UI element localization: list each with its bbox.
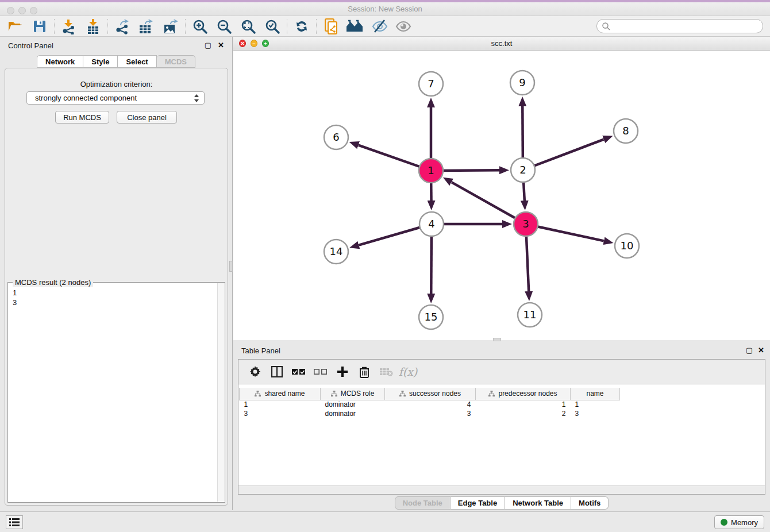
- optimization-criterion-select[interactable]: strongly connected component: [26, 91, 205, 105]
- tab-motifs[interactable]: Motifs: [571, 496, 609, 510]
- table-row[interactable]: 3dominator323: [240, 409, 620, 418]
- cell[interactable]: 3: [571, 409, 620, 418]
- close-panel-button[interactable]: Close panel: [117, 111, 177, 124]
- node-label-6: 6: [333, 131, 339, 143]
- control-panel-title: Control Panel: [8, 41, 53, 50]
- tab-mcds[interactable]: MCDS: [157, 55, 195, 68]
- search-icon: [602, 22, 611, 31]
- hide-selected-icon[interactable]: [367, 17, 391, 36]
- apply-layout-icon[interactable]: [290, 17, 314, 36]
- cell[interactable]: 1: [240, 400, 321, 409]
- column-header-name[interactable]: name: [571, 388, 620, 400]
- network-view-window: ✕ − + scc.txt 7968124314101511: [233, 37, 770, 340]
- cell[interactable]: 3: [385, 409, 476, 418]
- window-title: Session: New Session: [0, 5, 770, 13]
- column-header-predecessor-nodes[interactable]: predecessor nodes: [476, 388, 571, 400]
- node-label-8: 8: [622, 125, 629, 137]
- cell[interactable]: 1: [571, 400, 620, 409]
- import-table-icon[interactable]: [81, 17, 105, 36]
- network-window-titlebar[interactable]: ✕ − + scc.txt: [233, 37, 770, 51]
- export-table-icon[interactable]: [134, 17, 159, 36]
- cell[interactable]: dominator: [321, 400, 385, 409]
- clone-network-icon[interactable]: [319, 17, 343, 36]
- open-file-icon[interactable]: [3, 17, 28, 36]
- control-panel: Control Panel ▢ ✕ NetworkStyleSelectMCDS…: [0, 37, 233, 510]
- toolbar-separator: [316, 19, 317, 34]
- table-panel-title: Table Panel: [241, 346, 280, 355]
- delete-column-icon[interactable]: [353, 363, 375, 380]
- network-graph[interactable]: 7968124314101511: [233, 51, 770, 340]
- horizontal-splitter-grip[interactable]: [493, 338, 501, 341]
- tab-style[interactable]: Style: [83, 55, 118, 68]
- deselect-all-columns-icon[interactable]: [310, 363, 332, 380]
- toolbar-separator: [287, 19, 287, 34]
- column-header-successor-nodes[interactable]: successor nodes: [385, 388, 476, 400]
- status-bar: Memory: [0, 511, 770, 532]
- mcds-result-title: MCDS result (2 nodes): [13, 278, 93, 287]
- export-network-icon[interactable]: [110, 17, 134, 36]
- zoom-selected-icon[interactable]: [260, 17, 284, 36]
- toolbar-search[interactable]: [596, 19, 763, 33]
- window-titlebar[interactable]: Session: New Session: [0, 2, 770, 16]
- run-mcds-button[interactable]: Run MCDS: [55, 111, 109, 124]
- function-builder-icon[interactable]: f(x): [399, 365, 418, 378]
- table-bottom-strip: [238, 485, 765, 494]
- column-header-shared-name[interactable]: shared name: [240, 388, 321, 400]
- node-label-14: 14: [330, 245, 343, 257]
- result-scrollbar[interactable]: [217, 283, 225, 502]
- node-label-7: 7: [428, 78, 434, 90]
- zoom-fit-icon[interactable]: [236, 17, 260, 36]
- close-panel-icon[interactable]: ✕: [218, 41, 224, 49]
- network-canvas[interactable]: 7968124314101511: [233, 51, 770, 340]
- tab-network[interactable]: Network: [37, 55, 83, 68]
- cell[interactable]: 4: [385, 400, 476, 409]
- memory-status-icon: [721, 519, 727, 526]
- table-row[interactable]: 1dominator411: [240, 400, 620, 409]
- create-column-icon[interactable]: [332, 363, 353, 380]
- edge-2-8[interactable]: [523, 140, 604, 170]
- node-table-container: f(x) shared nameMCDS rolesuccessor nodes…: [238, 359, 765, 495]
- control-panel-header: Control Panel ▢ ✕: [0, 37, 232, 54]
- save-session-icon[interactable]: [28, 17, 52, 36]
- cell[interactable]: dominator: [321, 409, 385, 418]
- node-table[interactable]: shared nameMCDS rolesuccessor nodesprede…: [239, 388, 620, 418]
- tab-node-table[interactable]: Node Table: [395, 496, 451, 510]
- toolbar-separator: [185, 19, 186, 34]
- task-history-button[interactable]: [6, 515, 23, 529]
- edge-3-1[interactable]: [452, 182, 526, 224]
- cell[interactable]: 2: [476, 409, 571, 418]
- close-table-panel-icon[interactable]: ✕: [758, 346, 764, 354]
- vertical-splitter-grip[interactable]: [229, 261, 233, 272]
- node-label-2: 2: [519, 164, 526, 176]
- node-label-3: 3: [522, 218, 529, 230]
- cell[interactable]: 1: [476, 400, 571, 409]
- cell[interactable]: 3: [240, 409, 321, 418]
- node-label-10: 10: [621, 240, 634, 252]
- table-options-gear-icon[interactable]: [244, 363, 266, 380]
- list-icon: [9, 518, 20, 527]
- import-network-icon[interactable]: [57, 17, 81, 36]
- zoom-out-icon[interactable]: [212, 17, 236, 36]
- table-panel: Table Panel ▢ ✕ f(x) shared nameMCDS rol…: [233, 342, 770, 510]
- column-header-MCDS-role[interactable]: MCDS role: [321, 388, 385, 400]
- selected-criterion: strongly connected component: [35, 94, 137, 102]
- node-label-9: 9: [519, 76, 525, 88]
- first-neighbors-icon[interactable]: [343, 17, 367, 36]
- select-all-columns-icon[interactable]: [288, 363, 310, 380]
- tab-select[interactable]: Select: [118, 55, 156, 68]
- float-table-panel-icon[interactable]: ▢: [746, 346, 753, 354]
- control-panel-tabs: NetworkStyleSelectMCDS: [0, 55, 232, 68]
- tab-edge-table[interactable]: Edge Table: [451, 496, 505, 510]
- export-image-icon[interactable]: [159, 17, 183, 36]
- search-input[interactable]: [611, 21, 763, 32]
- float-panel-icon[interactable]: ▢: [205, 41, 211, 49]
- application-window: Session: New Session Control Panel: [0, 0, 770, 532]
- mcds-tab-content: Optimization criterion: strongly connect…: [5, 68, 228, 506]
- zoom-in-icon[interactable]: [188, 17, 212, 36]
- show-column-panel-icon[interactable]: [266, 363, 288, 380]
- delete-table-icon[interactable]: [375, 363, 397, 380]
- node-label-4: 4: [428, 218, 434, 230]
- tab-network-table[interactable]: Network Table: [505, 496, 571, 510]
- show-all-icon[interactable]: [391, 17, 415, 36]
- memory-button[interactable]: Memory: [714, 515, 764, 529]
